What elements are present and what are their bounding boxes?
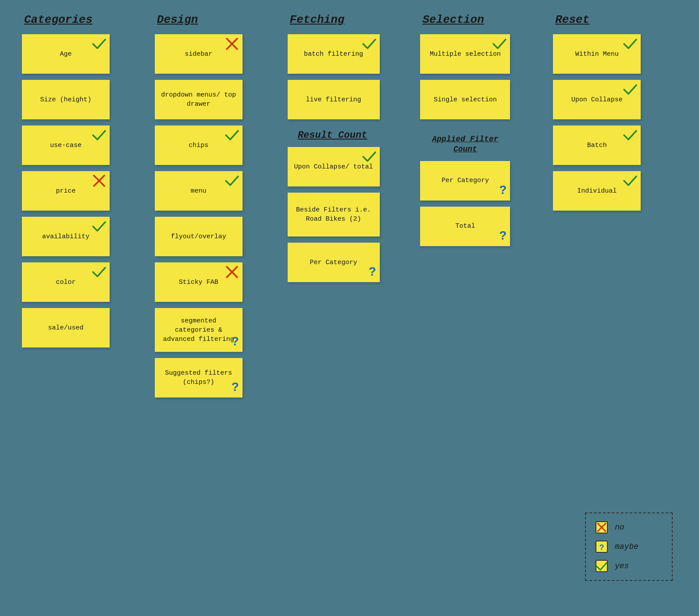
yes-icon [622,127,638,143]
note-text: Within Menu [575,50,619,59]
legend-item-maybe: ? maybe [595,540,663,554]
legend-no-label: no [615,523,624,532]
note-text: Single selection [434,95,497,104]
list-item: sale/used [22,308,110,347]
note-text: Individual [577,186,617,196]
legend-yes-label: yes [615,562,629,570]
list-item: ? Total [420,207,510,246]
applied-filter-header: Applied Filter Count [420,134,508,155]
note-text: live filtering [306,95,361,104]
list-item: color [22,262,110,302]
categories-header: Categories [22,13,93,26]
column-fetching: Fetching batch filtering live filtering … [283,13,416,404]
note-text: dropdown menus/ top drawer [161,90,236,109]
list-item: price [22,171,110,211]
legend-item-no: no [595,520,663,534]
note-text: availability [42,232,89,241]
yes-icon [622,82,638,97]
legend-maybe-label: maybe [615,542,638,551]
no-icon [224,264,240,280]
yes-icon [361,36,377,52]
note-text: menu [191,186,207,196]
list-item: Batch [553,125,641,165]
note-text: batch filtering [304,50,363,59]
selection-header: Selection [420,13,484,26]
yes-icon [224,127,240,143]
maybe-icon: ? [499,183,506,197]
no-icon [91,173,107,189]
maybe-icon: ? [595,540,608,553]
yes-icon [91,264,107,280]
no-icon [595,521,608,534]
yes-symbol [595,559,609,573]
column-selection: Selection Multiple selection Single sele… [416,13,549,404]
note-text: price [56,186,75,196]
note-text: use-case [50,141,82,150]
list-item: menu [155,171,243,211]
note-text: Suggested filters (chips?) [161,369,236,387]
yes-icon [361,149,377,165]
list-item: Age [22,34,110,74]
list-item: use-case [22,125,110,165]
reset-header: Reset [553,13,589,26]
maybe-icon: ? [499,229,506,243]
list-item: Upon Collapse/ total [288,147,380,186]
list-item: availability [22,217,110,256]
note-text: sale/used [48,323,83,333]
yes-icon [622,173,638,189]
note-text: sidebar [185,50,212,59]
note-text: color [56,278,75,287]
note-text: Per Category [442,176,489,185]
column-reset: Reset Within Menu Upon Collapse Batch In… [549,13,681,404]
yes-icon [224,173,240,189]
maybe-icon: ? [368,265,376,279]
svg-rect-11 [596,560,607,572]
no-icon [224,36,240,52]
note-text: Multiple selection [430,50,501,59]
list-item: ? Per Category [288,243,380,282]
yes-icon [622,36,638,52]
yes-icon [595,559,608,573]
legend-item-yes: yes [595,559,663,573]
note-text: Beside Filters i.e. Road Bikes (2) [294,205,374,224]
list-item: sidebar [155,34,243,74]
note-text: Per Category [310,258,357,267]
list-item: live filtering [288,80,380,119]
list-item: Individual [553,171,641,211]
column-categories: Categories Age Size (height) use-case pr… [18,13,150,404]
list-item: ? segmented categories & advanced filter… [155,308,243,352]
svg-text:?: ? [599,543,604,552]
list-item: Upon Collapse [553,80,641,119]
result-count-header: Result Count [288,130,375,141]
maybe-symbol: ? [595,540,609,554]
list-item: ? Suggested filters (chips?) [155,358,243,398]
yes-icon [91,218,107,234]
list-item: Beside Filters i.e. Road Bikes (2) [288,193,380,236]
legend: no ? maybe yes [585,512,673,581]
list-item: Single selection [420,80,510,119]
note-text: Total [455,222,475,231]
yes-icon [91,36,107,52]
list-item: Within Menu [553,34,641,74]
maybe-icon: ? [232,380,239,394]
design-header: Design [155,13,198,26]
yes-icon [91,127,107,143]
note-text: Batch [587,141,607,150]
list-item: Size (height) [22,80,110,119]
list-item: Sticky FAB [155,262,243,302]
note-text: Size (height) [40,95,91,104]
note-text: segmented categories & advanced filterin… [161,316,236,344]
fetching-header: Fetching [288,13,345,26]
list-item: flyout/overlay [155,217,243,256]
list-item: Multiple selection [420,34,510,74]
note-text: Sticky FAB [179,278,218,287]
yes-icon [492,36,507,52]
note-text: Age [60,50,71,59]
list-item: batch filtering [288,34,380,74]
list-item: chips [155,125,243,165]
list-item: dropdown menus/ top drawer [155,80,243,119]
list-item: ? Per Category [420,161,510,201]
note-text: flyout/overlay [171,232,226,241]
column-design: Design sidebar dropdown menus/ top drawe… [150,13,283,404]
note-text: Upon Collapse [571,95,623,104]
